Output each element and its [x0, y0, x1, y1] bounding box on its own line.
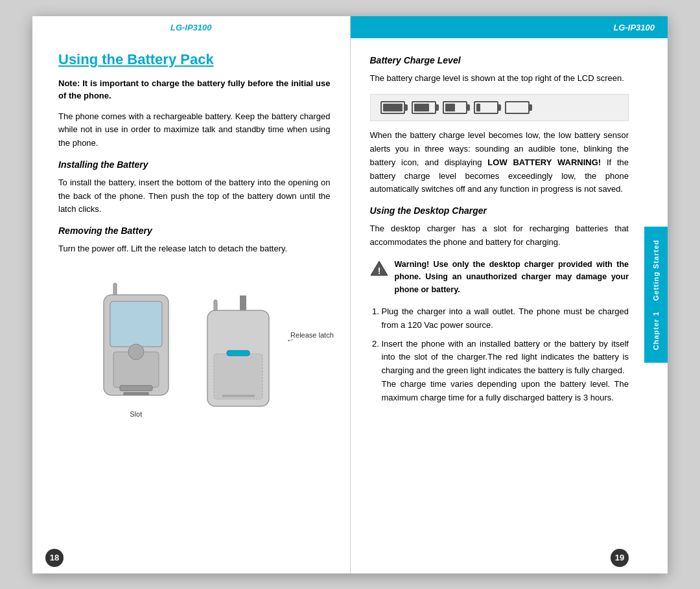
phone-back-svg [204, 292, 288, 415]
phone-front-svg [100, 282, 172, 405]
note-bold: Note: It is important to charge the batt… [58, 77, 331, 102]
svg-point-4 [128, 344, 144, 360]
battery-3q-fill [414, 104, 430, 111]
right-model-name: LG-IP3100 [613, 23, 655, 32]
phone-back-image: Release latch ← [204, 292, 288, 418]
svg-rect-12 [222, 395, 255, 397]
installing-text: To install the battery, insert the botto… [58, 176, 331, 216]
release-label: Release latch [290, 331, 334, 339]
step-1: Plug the charger into a wall outlet. The… [382, 305, 629, 332]
battery-charge-title: Battery Charge Level [370, 55, 629, 65]
release-arrow: ← [285, 334, 296, 345]
left-page: LG-IP3100 Using the Battery Pack Note: I… [32, 16, 351, 573]
battery-charge-desc: When the battery charge level becomes lo… [370, 129, 629, 196]
right-header: LG-IP3100 [351, 16, 668, 38]
right-page-number: 19 [611, 549, 629, 567]
side-tab: Chapter 1 Getting Started [644, 226, 668, 362]
phone-front-image: Slot [100, 282, 172, 418]
warning-triangle-icon: ! [370, 260, 388, 277]
battery-full-icon [380, 101, 405, 114]
left-content: Using the Battery Pack Note: It is impor… [32, 38, 350, 542]
svg-rect-6 [120, 386, 152, 391]
svg-rect-10 [214, 354, 262, 399]
steps-list: Plug the charger into a wall outlet. The… [370, 305, 629, 405]
slot-label: Slot [100, 410, 172, 418]
svg-text:!: ! [377, 266, 380, 276]
warning-box: ! Warning! Use only the desktop charger … [370, 259, 629, 296]
battery-half-icon [443, 101, 467, 114]
battery-charge-intro: The battery charge level is shown at the… [370, 72, 629, 86]
removing-text: Turn the power off. Lift the release lat… [58, 242, 331, 256]
battery-half-fill [445, 104, 455, 111]
left-model-name: LG-IP3100 [170, 23, 212, 32]
warning-text: Warning! Use only the desktop charger pr… [395, 259, 629, 296]
battery-level-images [370, 94, 629, 121]
svg-rect-2 [110, 301, 162, 347]
side-tab-text: Chapter 1 Getting Started [652, 239, 660, 349]
left-footer: 18 [32, 542, 350, 573]
left-page-number: 18 [45, 549, 64, 567]
svg-rect-5 [123, 392, 149, 395]
battery-three-quarter-icon [412, 101, 436, 114]
battery-empty-icon [505, 101, 530, 114]
battery-quarter-icon [474, 101, 498, 114]
installing-title: Installing the Battery [58, 159, 331, 170]
removing-title: Removing the Battery [58, 225, 331, 236]
left-header: LG-IP3100 [32, 16, 350, 38]
phone-images: Slot [58, 275, 331, 424]
right-page: LG-IP3100 Battery Charge Level The batte… [351, 16, 668, 573]
battery-quarter-fill [476, 104, 481, 111]
desktop-charger-intro: The desktop charger has a slot for recha… [370, 222, 629, 249]
page-main-title: Using the Battery Pack [58, 51, 331, 68]
battery-full-fill [383, 104, 402, 111]
svg-rect-11 [227, 351, 250, 356]
right-footer: 19 [351, 542, 668, 573]
right-content: Battery Charge Level The battery charge … [351, 38, 668, 542]
desktop-charger-title: Using the Desktop Charger [370, 205, 629, 216]
book-spread: LG-IP3100 Using the Battery Pack Note: I… [32, 16, 668, 573]
intro-text: The phone comes with a rechargeable batt… [58, 110, 331, 150]
step-2: Insert the phone with an installed batte… [382, 338, 629, 405]
warning-icon-wrap: ! [370, 260, 388, 279]
